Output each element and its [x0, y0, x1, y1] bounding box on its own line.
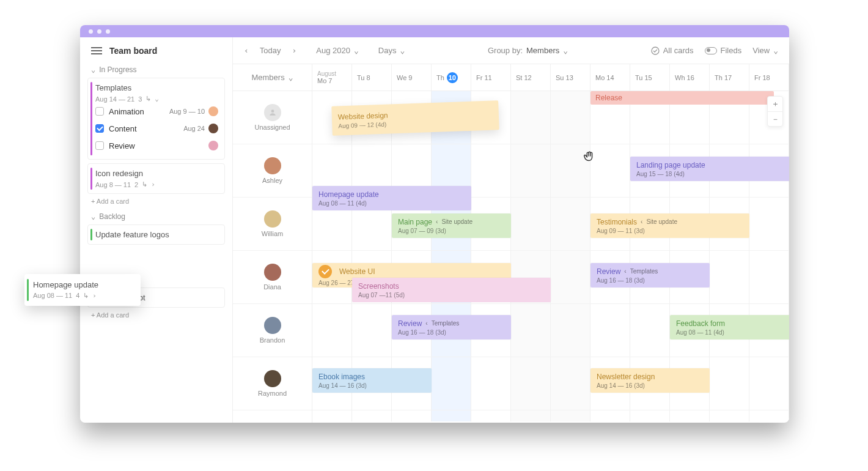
avatar: [208, 141, 218, 150]
next-button[interactable]: ›: [292, 46, 297, 55]
svg-point-0: [652, 47, 659, 54]
subtasks-icon: ↳: [145, 95, 151, 103]
card-update-feature-logos[interactable]: Update feature logos: [87, 224, 225, 245]
day-column-header: St 12: [511, 64, 551, 91]
prev-button[interactable]: ‹: [244, 46, 249, 55]
task-bar[interactable]: Website designAug 09 — 12 (4d): [332, 100, 500, 135]
avatar: [264, 317, 281, 334]
timeline-row: Ebook imagesAug 14 — 16 (3d)Newsletter d…: [312, 357, 789, 410]
fields[interactable]: Fileds: [705, 46, 742, 55]
day-column-header: Fr 11: [471, 64, 511, 91]
task-bar[interactable]: ScreenshotsAug 07 —11 (5d): [352, 278, 551, 302]
app-window: Team board ⌄ In Progress Templates Aug 1…: [80, 25, 789, 423]
task-bar[interactable]: Main page ‹ Site updateAug 07 — 09 (3d): [392, 213, 511, 238]
member-unassigned[interactable]: Unassigned: [233, 91, 312, 144]
member-brandon[interactable]: Brandon: [233, 304, 312, 357]
card-icon-redesign[interactable]: Icon redesign Aug 8 — 11 2 ↳ ›: [87, 163, 225, 194]
task-bar[interactable]: Landing page updateAug 15 — 18 (4d): [630, 157, 789, 181]
member-diana[interactable]: Diana: [233, 251, 312, 304]
day-column-header: We 9: [392, 64, 432, 91]
member-name: Ashley: [262, 177, 282, 184]
member-name: Unassigned: [254, 124, 290, 131]
day-column-header: Tu 8: [352, 64, 392, 91]
avatar: [264, 264, 281, 281]
toolbar: ‹ Today › Aug 2020⌄ Days⌄ Group by: Memb…: [233, 37, 789, 64]
member-name: Diana: [263, 283, 281, 291]
avatar: [264, 210, 281, 228]
menu-icon[interactable]: [91, 47, 102, 54]
window-dot-green[interactable]: [106, 29, 110, 34]
task-bar[interactable]: Review ‹ TemplatesAug 16 — 18 (3d): [392, 315, 511, 339]
timeline-row: Main page ‹ Site updateAug 07 — 09 (3d)T…: [312, 198, 789, 251]
checkbox[interactable]: [95, 141, 104, 150]
today-badge: 10: [447, 72, 458, 83]
day-column-header: Tu 15: [630, 64, 670, 91]
member-name: Brandon: [260, 336, 285, 344]
checklist-label: Content: [109, 124, 137, 133]
floating-card-homepage-update[interactable]: Homepage update Aug 08 — 11 4 ↳ ›: [24, 274, 141, 306]
all-cards[interactable]: All cards: [651, 46, 694, 55]
add-card-backlog[interactable]: + Add a card: [80, 308, 232, 322]
view-picker[interactable]: View⌄: [752, 46, 778, 55]
subtasks-icon: ↳: [83, 292, 89, 300]
members-column-header[interactable]: Members⌄: [233, 64, 312, 91]
avatar: [264, 157, 281, 174]
day-column-header: Th 10: [432, 64, 471, 91]
timeline-row: Website designAug 09 — 12 (4d): [312, 91, 789, 144]
subtasks-icon: ↳: [142, 180, 147, 188]
timeline-row: Homepage updateAug 08 — 11 (4d)Landing p…: [312, 144, 789, 198]
task-bar[interactable]: Newsletter designAug 14 — 16 (3d): [590, 368, 710, 393]
avatar: [208, 106, 218, 116]
sidebar: Team board ⌄ In Progress Templates Aug 1…: [80, 37, 233, 423]
check-circle-icon: [651, 46, 660, 55]
day-column-header: AugustMo 7: [312, 64, 352, 91]
task-bar[interactable]: Review ‹ TemplatesAug 16 — 18 (3d): [590, 263, 710, 287]
member-name: Raymond: [258, 390, 287, 397]
chevron-down-icon: ⌄: [91, 65, 95, 74]
member-name: William: [262, 230, 283, 237]
checklist-row[interactable]: Animation Aug 9 — 10: [95, 103, 218, 120]
task-bar[interactable]: Ebook imagesAug 14 — 16 (3d): [312, 368, 432, 393]
section-in-progress[interactable]: ⌄ In Progress: [80, 62, 232, 78]
member-raymond[interactable]: Raymond: [233, 357, 312, 410]
checklist-label: Review: [109, 141, 135, 150]
task-bar[interactable]: Feedback formAug 08 — 11 (4d): [670, 315, 789, 339]
window-dot-yellow[interactable]: [97, 29, 101, 34]
checklist-date: Aug 24: [183, 125, 205, 132]
zoom-controls: ＋ －: [767, 96, 783, 127]
today-button[interactable]: Today: [260, 46, 281, 55]
task-bar[interactable]: Testimonials ‹ Site updateAug 09 — 11 (3…: [590, 213, 749, 238]
timeline-row: Review ‹ TemplatesAug 16 — 18 (3d)Feedba…: [312, 304, 789, 357]
member-ashley[interactable]: Ashley: [233, 144, 312, 198]
day-column-header: Su 13: [551, 64, 590, 91]
group-by[interactable]: Group by: Members ⌄: [488, 46, 568, 55]
day-column-header: Fr 18: [749, 64, 789, 91]
toggle-icon: [705, 47, 717, 54]
scale-picker[interactable]: Days⌄: [378, 46, 405, 55]
checkbox[interactable]: [95, 107, 104, 116]
checklist-row[interactable]: Content Aug 24: [95, 120, 218, 137]
checkbox[interactable]: [95, 124, 104, 133]
add-card-in-progress[interactable]: + Add a card: [80, 194, 232, 209]
avatar: [264, 104, 281, 121]
checklist-label: Animation: [109, 107, 144, 116]
section-backlog[interactable]: ⌄ Backlog: [80, 209, 232, 224]
member-william[interactable]: William: [233, 198, 312, 251]
avatar: [264, 370, 281, 387]
checklist-row[interactable]: Review: [95, 137, 218, 154]
chevron-right-icon: ›: [92, 292, 97, 300]
check-circle-icon: [318, 265, 332, 278]
timeline-row: Website UIAug 26 — 27 (3d)Review ‹ Templ…: [312, 251, 789, 304]
chevron-down-icon: ⌄: [155, 95, 159, 103]
zoom-out-button[interactable]: －: [768, 111, 782, 126]
month-picker[interactable]: Aug 2020⌄: [316, 46, 359, 55]
window-dot-red[interactable]: [89, 29, 93, 34]
board-title: Team board: [109, 46, 157, 56]
day-column-header: Wh 16: [670, 64, 710, 91]
checklist-date: Aug 9 — 10: [169, 108, 205, 115]
day-column-header: Th 17: [710, 64, 749, 91]
card-templates[interactable]: Templates Aug 14 — 21 3 ↳ ⌄ Animation Au…: [87, 78, 225, 160]
avatar: [208, 124, 218, 133]
zoom-in-button[interactable]: ＋: [768, 97, 782, 111]
chevron-down-icon: ⌄: [91, 212, 95, 221]
